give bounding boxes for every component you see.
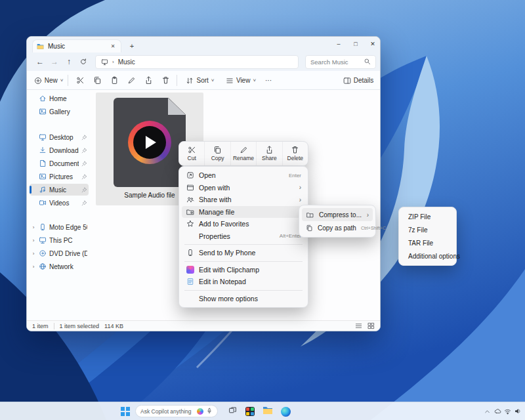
sidebar-item-this-pc[interactable]: › This PC bbox=[30, 234, 89, 246]
delete-button[interactable] bbox=[158, 74, 173, 87]
downloads-icon bbox=[39, 146, 47, 154]
menu-item-open[interactable]: Open Enter bbox=[182, 169, 305, 182]
volume-button[interactable] bbox=[513, 406, 522, 417]
delete-button[interactable]: Delete bbox=[283, 142, 308, 165]
sidebar-item-documents[interactable]: Documents bbox=[30, 158, 89, 169]
close-button[interactable]: ✕ bbox=[364, 37, 381, 51]
tab-title: Music bbox=[48, 43, 65, 50]
new-icon bbox=[34, 77, 42, 85]
view-icon bbox=[226, 77, 234, 85]
up-button[interactable]: ↑ bbox=[62, 55, 75, 68]
expand-chevron-icon[interactable]: › bbox=[31, 238, 36, 243]
sidebar-item-dvd-drive[interactable]: › DVD Drive (D:) CCC bbox=[30, 247, 89, 259]
menu-item-properties[interactable]: Properties Alt+Enter bbox=[182, 230, 305, 243]
breadcrumb[interactable]: › Music bbox=[95, 55, 299, 69]
window-chrome: Music ✕ + – □ ✕ ← → ↑ › Music Search Mus… bbox=[27, 37, 380, 71]
sidebar-item-gallery[interactable]: Gallery bbox=[30, 106, 89, 117]
breadcrumb-location: Music bbox=[118, 58, 135, 66]
menu-label: Additional options bbox=[408, 253, 460, 260]
menu-item-show-more-options[interactable]: Show more options bbox=[182, 293, 305, 305]
cut-icon bbox=[76, 76, 85, 85]
phone-icon bbox=[39, 223, 47, 231]
menu-item-edit-with-clipchamp[interactable]: Edit with Clipchamp bbox=[182, 264, 305, 276]
tab-close-icon[interactable]: ✕ bbox=[109, 43, 117, 49]
forward-button[interactable]: → bbox=[48, 55, 61, 68]
submenu-item-7z-file[interactable]: 7z File bbox=[402, 223, 453, 236]
rename-button[interactable]: Rename bbox=[231, 142, 257, 165]
task-view-icon bbox=[228, 406, 237, 417]
onedrive-button[interactable] bbox=[493, 406, 502, 417]
sidebar-item-music[interactable]: Music bbox=[30, 184, 89, 196]
cut-button[interactable] bbox=[73, 74, 87, 87]
app-button[interactable] bbox=[244, 406, 256, 417]
search-input[interactable]: Search Music bbox=[305, 55, 376, 69]
taskbar-search-placeholder: Ask Copilot anything bbox=[140, 408, 194, 415]
submenu-item-additional-options[interactable]: Additional options bbox=[402, 249, 453, 262]
sidebar-item-network[interactable]: › Network bbox=[30, 261, 89, 272]
start-button[interactable] bbox=[119, 406, 131, 417]
share-button[interactable] bbox=[141, 74, 156, 87]
delete-icon bbox=[291, 146, 299, 154]
minimize-button[interactable]: – bbox=[330, 37, 347, 51]
menu-separator bbox=[184, 261, 303, 262]
maximize-button[interactable]: □ bbox=[347, 37, 364, 51]
sidebar-item-desktop[interactable]: Desktop bbox=[30, 131, 89, 143]
copy-label: Copy bbox=[211, 155, 224, 161]
chevron-down-icon: ˅ bbox=[211, 77, 215, 83]
details-pane-icon bbox=[343, 77, 351, 85]
sort-button[interactable]: Sort ˅ bbox=[183, 74, 217, 87]
submenu-item-zip-file[interactable]: ZIP File bbox=[402, 210, 453, 223]
toolbar-divider bbox=[177, 75, 177, 86]
task-view-button[interactable] bbox=[226, 406, 238, 417]
submenu-item-copy-as-path[interactable]: Copy as path Ctrl+Shift+C bbox=[302, 221, 373, 234]
gallery-icon bbox=[39, 108, 47, 116]
menu-item-send-to-phone[interactable]: Send to My Phone bbox=[182, 247, 305, 259]
expand-chevron-icon[interactable]: › bbox=[31, 224, 36, 230]
sidebar-item-downloads[interactable]: Downloads bbox=[30, 144, 89, 156]
edge-button[interactable] bbox=[280, 406, 291, 417]
menu-item-edit-in-notepad[interactable]: Edit in Notepad bbox=[182, 276, 305, 288]
copy-button[interactable] bbox=[90, 74, 104, 87]
details-button[interactable]: Details bbox=[339, 74, 377, 87]
sidebar-item-phone[interactable]: › Moto Edge 50 Neo bbox=[30, 221, 89, 233]
taskbar-search[interactable]: Ask Copilot anything bbox=[135, 405, 218, 417]
share-button[interactable]: Share bbox=[257, 142, 282, 165]
sidebar-item-videos[interactable]: Videos bbox=[30, 197, 89, 209]
view-button[interactable]: View ˅ bbox=[224, 74, 258, 87]
wifi-icon bbox=[504, 406, 511, 417]
new-tab-button[interactable]: + bbox=[127, 41, 137, 51]
new-button[interactable]: New ˅ bbox=[32, 74, 65, 87]
copy-icon bbox=[93, 76, 102, 85]
expand-chevron-icon[interactable]: › bbox=[31, 251, 36, 257]
refresh-button[interactable] bbox=[77, 55, 90, 68]
hidden-icons-button[interactable] bbox=[482, 406, 492, 417]
submenu-item-compress-to[interactable]: Compress to... › bbox=[302, 208, 373, 221]
sidebar-item-label: Documents bbox=[49, 160, 79, 167]
file-explorer-icon bbox=[262, 405, 273, 418]
submenu-item-tar-file[interactable]: TAR File bbox=[402, 236, 453, 249]
menu-item-manage-file[interactable]: Manage file › bbox=[182, 206, 305, 219]
expand-chevron-icon[interactable]: › bbox=[31, 264, 36, 270]
menu-label: Open bbox=[199, 171, 284, 179]
back-button[interactable]: ← bbox=[33, 55, 47, 68]
copy-icon bbox=[213, 146, 222, 154]
rename-button[interactable] bbox=[124, 74, 138, 87]
menu-item-open-with[interactable]: Open with › bbox=[182, 182, 305, 194]
command-bar: New ˅ Sort ˅ View ˅ ··· bbox=[27, 71, 380, 90]
status-divider bbox=[54, 323, 54, 329]
menu-item-share-with[interactable]: Share with › bbox=[182, 194, 305, 206]
copy-button[interactable]: Copy bbox=[205, 142, 230, 165]
sidebar-item-pictures[interactable]: Pictures bbox=[30, 171, 89, 182]
paste-button[interactable] bbox=[107, 74, 121, 87]
see-more-button[interactable]: ··· bbox=[262, 74, 275, 87]
pictures-icon bbox=[39, 173, 47, 180]
explorer-tab[interactable]: Music ✕ bbox=[32, 39, 121, 52]
cut-button[interactable]: Cut bbox=[179, 142, 205, 165]
network-button[interactable] bbox=[503, 406, 512, 417]
large-icons-view-button[interactable] bbox=[368, 322, 375, 329]
menu-item-add-to-favorites[interactable]: Add to Favorites bbox=[182, 218, 305, 230]
details-view-button[interactable] bbox=[355, 322, 362, 329]
clipchamp-icon bbox=[186, 266, 194, 274]
sidebar-item-home[interactable]: Home bbox=[30, 93, 89, 104]
file-explorer-button[interactable] bbox=[262, 406, 274, 417]
